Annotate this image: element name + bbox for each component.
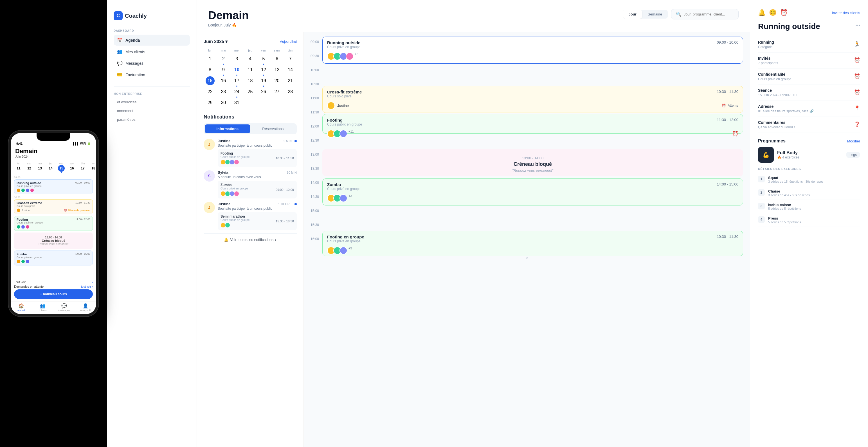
cal-day-2[interactable]: 2 — [217, 54, 230, 65]
phone-date-item[interactable]: mar12 — [25, 162, 34, 173]
cal-day-4[interactable]: 4 — [244, 54, 257, 65]
schedule-event-zumba[interactable]: Zumba Cours privé en groupe 14:00 - 15:0… — [322, 178, 743, 206]
cal-grid: lun mar mer jeu ven sam dim 1 2 3 4 — [204, 49, 297, 107]
main-panel: Demain Bonjour, July 🔥 Jour Semaine 🔍 — [197, 0, 750, 447]
detail-more-button[interactable]: ··· — [855, 22, 860, 28]
invite-clients-button[interactable]: Inviter des clients — [832, 11, 860, 15]
phone-tab-home[interactable]: 🏠 Accueil — [11, 303, 32, 312]
main-title-row: Demain Bonjour, July 🔥 Jour Semaine 🔍 — [208, 9, 739, 27]
phone-date-item[interactable]: lun11 — [14, 162, 23, 173]
phone-date-row: lun11 mar12 mer13 jeu14 ven15 sam16 dim1… — [11, 160, 96, 175]
modify-button[interactable]: Modifier — [847, 139, 860, 143]
detail-top-icons: 🔔 😊 ⏰ Inviter des clients — [758, 9, 860, 16]
notif-tab-informations[interactable]: Informations — [205, 124, 250, 133]
cal-day-22[interactable]: 22 — [204, 87, 217, 98]
phone-bottom-section: Tout voir › Demandes en attente tout voi… — [11, 279, 96, 301]
cal-day-6[interactable]: 6 — [271, 54, 283, 65]
cal-day-15[interactable]: 15 — [204, 76, 217, 87]
cal-day-5[interactable]: 5 — [257, 54, 270, 65]
cal-days: 1 2 3 4 5 6 7 8 9 10 11 12 13 1 — [204, 54, 297, 107]
schedule-event-running[interactable]: Running outside Cours privé en groupe 09… — [322, 37, 743, 64]
location-icon: 📍 — [854, 105, 860, 112]
notif-card[interactable]: Semi marathon Cours public en groupe 15:… — [218, 212, 297, 230]
cal-day-17[interactable]: 17 — [230, 76, 243, 87]
phone-event-footing[interactable]: 11:30 - 12:00 Footing Cours public en gr… — [14, 216, 93, 231]
phone-notch — [37, 133, 70, 141]
phone-date-item-today[interactable]: ven15 — [57, 162, 66, 173]
cal-day-19[interactable]: 19 — [257, 76, 270, 87]
cal-day-27[interactable]: 27 — [271, 87, 283, 98]
cal-day-31[interactable]: 31 — [230, 98, 243, 107]
cal-day-21[interactable]: 21 — [284, 76, 297, 87]
cal-day-12[interactable]: 12 — [257, 65, 270, 76]
notif-card[interactable]: Footing Cours public en groupe — [218, 149, 297, 167]
phone-event-running[interactable]: 09:00 - 10:00 Running outside Cours priv… — [14, 179, 93, 194]
sidebar-sub-onnement[interactable]: onnement — [114, 107, 190, 115]
program-card[interactable]: 💪 Full Body 🔥 4 exercices Legs — [758, 147, 860, 163]
cal-day-10[interactable]: 10 — [230, 65, 243, 76]
sidebar-sub-parametres[interactable]: paramètres — [114, 115, 190, 124]
sidebar-item-messages[interactable]: 💬 Messages — [114, 58, 190, 69]
phone-tab-messages[interactable]: 💬 Messages — [54, 303, 75, 312]
cal-day-24[interactable]: 24 — [230, 87, 243, 98]
cal-day-30[interactable]: 30 — [217, 98, 230, 107]
notif-card[interactable]: Zumba Cours privé en groupe — [218, 181, 297, 199]
cal-day-28[interactable]: 28 — [284, 87, 297, 98]
cal-day-25[interactable]: 25 — [244, 87, 257, 98]
bell-icon[interactable]: 🔔 — [758, 9, 766, 16]
ev-avatar — [340, 246, 347, 255]
sidebar-item-clients[interactable]: 👥 Mes clients — [114, 46, 190, 57]
clock-icon[interactable]: ⏰ — [780, 9, 787, 16]
phone-device: 9:41 ▌▌▌WiFi🔋 Demain Juin 2024 lun11 mar… — [8, 130, 98, 317]
phone-tab-profile[interactable]: 👤 Mon profil — [75, 303, 96, 312]
cal-day-16[interactable]: 16 — [217, 76, 230, 87]
phone-new-course-button[interactable]: + nouveau cours — [14, 289, 93, 299]
notif-tab-reservations[interactable]: Réservations — [250, 124, 296, 133]
schedule-event-crossfit[interactable]: Cross-fit extrème Cours solo privé 10:30… — [322, 86, 743, 113]
schedule-event-footing-groupe[interactable]: Footing en groupe Cours privé en groupe … — [322, 231, 743, 256]
schedule-event-footing[interactable]: Footing Cours public en groupe 11:30 - 1… — [322, 114, 743, 134]
sidebar-item-agenda[interactable]: 📅 Agenda — [114, 35, 190, 46]
cal-day-13[interactable]: 13 — [271, 65, 283, 76]
face-icon[interactable]: 😊 — [769, 9, 777, 16]
cal-today-button[interactable]: Aujourd'hui — [280, 40, 297, 43]
cal-day-7[interactable]: 7 — [284, 54, 297, 65]
phone-date-item[interactable]: sam16 — [67, 162, 76, 173]
cal-month-title: Juin 2025 ▾ — [204, 39, 227, 44]
exercises-header: DÉTAILS DES EXERCICES — [758, 167, 860, 171]
sidebar-panel: C Coachly DASHBOARD 📅 Agenda 👥 Mes clien… — [107, 0, 197, 447]
cal-day-26[interactable]: 26 — [257, 87, 270, 98]
cal-day-29[interactable]: 29 — [204, 98, 217, 107]
phone-date-item[interactable]: mer13 — [35, 162, 44, 173]
sidebar-item-facturation[interactable]: 💳 Facturation — [114, 69, 190, 80]
search-input[interactable] — [684, 12, 734, 16]
cal-day-11[interactable]: 11 — [244, 65, 257, 76]
view-btn-jour[interactable]: Jour — [623, 10, 642, 19]
cal-day-23[interactable]: 23 — [217, 87, 230, 98]
phone-panel: 9:41 ▌▌▌WiFi🔋 Demain Juin 2024 lun11 mar… — [0, 0, 107, 447]
sidebar-sub-exercices[interactable]: et exercices — [114, 98, 190, 107]
cal-day-3[interactable]: 3 — [230, 54, 243, 65]
detail-field-running: Running Catégorie 🏃 — [758, 37, 860, 53]
cal-day-8[interactable]: 8 — [204, 65, 217, 76]
view-btn-semaine[interactable]: Semaine — [642, 10, 668, 19]
phone-date-item[interactable]: dim17 — [78, 162, 87, 173]
phone-event-crossfit[interactable]: 10:30 - 11:30 Cross-fit extrème Cours so… — [14, 199, 93, 214]
phone-event-zumba[interactable]: 14:00 - 15:00 Zumba Cours privé en group… — [14, 250, 93, 265]
cal-day-9[interactable]: 9 — [217, 65, 230, 76]
cal-day-1[interactable]: 1 — [204, 54, 217, 65]
lock-icon: ⏰ — [854, 73, 860, 79]
notification-item: J Justine 1 HEURE Souhaite participer — [204, 202, 297, 230]
cal-day-18[interactable]: 18 — [244, 76, 257, 87]
phone-date-item[interactable]: jeu14 — [46, 162, 55, 173]
cal-day-20[interactable]: 20 — [271, 76, 283, 87]
notifications-list: J Justine 2 MIN Souhaite participer à — [204, 139, 297, 230]
schedule-container: 09:00 09:30 10:00 10:30 11:00 11:30 12:0… — [311, 37, 743, 250]
notif-unread-dot — [294, 140, 297, 142]
notif-avatar: S — [204, 170, 215, 182]
phone-date-item[interactable]: lun18 — [89, 162, 96, 173]
phone-tab-clients[interactable]: 👥 Clients — [32, 303, 54, 312]
phone-header-title: Demain — [15, 148, 92, 155]
see-all-notifications-button[interactable]: 🔔 Voir toutes les notifications › — [204, 233, 297, 246]
cal-day-14[interactable]: 14 — [284, 65, 297, 76]
